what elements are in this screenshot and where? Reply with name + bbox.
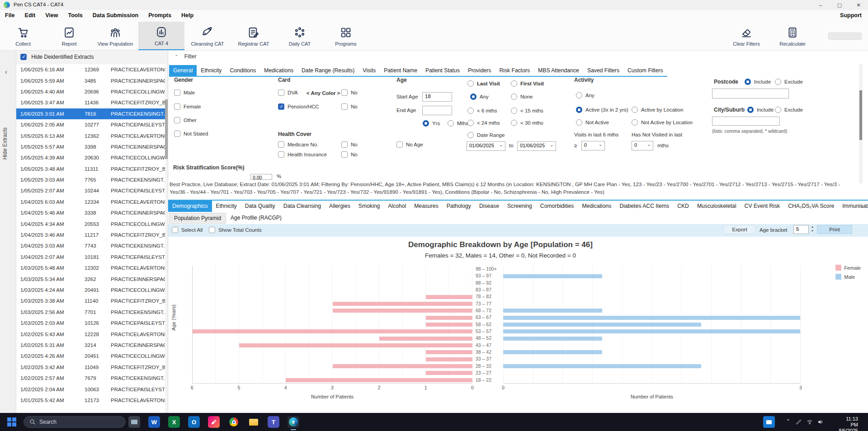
hide-extracts-strip[interactable]: ‹ Hide Extracts bbox=[0, 51, 16, 413]
extract-row[interactable]: 1/06/2025 4:40 AM20696PRACTICECOLLINGW..… bbox=[16, 86, 168, 97]
report-tab-immunisations[interactable]: Immunisations bbox=[838, 201, 868, 212]
menu-support[interactable]: Support bbox=[840, 12, 862, 19]
report-tab-data-cleansing[interactable]: Data Cleansing bbox=[279, 201, 325, 212]
risk-score-spinner[interactable]: 0.00 bbox=[250, 174, 272, 180]
extract-list-scrollbar[interactable] bbox=[165, 64, 168, 413]
toolbar-button-daily-cat[interactable]: Daily CAT bbox=[277, 22, 323, 50]
city-exclude-option[interactable]: Exclude bbox=[775, 107, 803, 113]
female-bar[interactable] bbox=[426, 295, 472, 299]
wifi-icon[interactable] bbox=[807, 419, 813, 425]
not-active-by-location-option[interactable]: Not Active by Location bbox=[632, 119, 693, 126]
toolbar-button-cleansing-cat[interactable]: Cleansing CAT bbox=[184, 22, 231, 50]
activity-any-option[interactable]: Any bbox=[576, 92, 594, 98]
medicare-option[interactable]: Medicare No. bbox=[278, 141, 318, 148]
report-tab-measures[interactable]: Measures bbox=[410, 201, 443, 212]
not-stated-checkbox[interactable] bbox=[174, 131, 180, 137]
health-insurance-no-checkbox[interactable] bbox=[341, 151, 348, 158]
male-bar[interactable] bbox=[503, 329, 800, 333]
pension-no-checkbox[interactable] bbox=[341, 103, 348, 110]
sub-tab-population-pyramid[interactable]: Population Pyramid bbox=[169, 213, 226, 224]
not-active-by-location-radio[interactable] bbox=[632, 119, 638, 126]
tray-app-icon[interactable] bbox=[763, 416, 775, 428]
report-tab-screening[interactable]: Screening bbox=[503, 201, 536, 212]
female-bar[interactable] bbox=[379, 337, 472, 341]
select-all-option[interactable]: Select All bbox=[172, 227, 203, 233]
any-color-dropdown[interactable]: < Any Color > bbox=[307, 90, 340, 96]
toolbar-button-clear-filters[interactable]: Clear Filters bbox=[723, 22, 769, 50]
active-by-location-option[interactable]: Active by Location bbox=[632, 107, 683, 113]
male-checkbox[interactable] bbox=[174, 89, 180, 96]
dva-checkbox[interactable] bbox=[278, 89, 284, 96]
filter-tab-medications[interactable]: Medications bbox=[260, 65, 297, 76]
toolbar-button-programs[interactable]: Programs bbox=[323, 22, 369, 50]
male-bar[interactable] bbox=[503, 309, 602, 313]
extract-row[interactable]: 1/06/2025 2:05 AM10277PRACTICEPAISLEYSTR… bbox=[16, 119, 168, 130]
last-visit-option[interactable]: Last Visit bbox=[467, 80, 500, 87]
first-visit-option[interactable]: First Visit bbox=[511, 80, 544, 87]
date-to-dropdown[interactable]: 01/06/2025 bbox=[517, 141, 556, 151]
edge-icon[interactable]: e bbox=[288, 416, 299, 428]
report-tab-cha-ds-va-score[interactable]: CHA₂DS₂VA Score bbox=[784, 201, 838, 212]
paint-icon[interactable]: 🖌 bbox=[208, 416, 220, 428]
extract-row[interactable]: 1/05/2025 2:07 AM10244PRACTICEPAISLEYSTR… bbox=[16, 185, 168, 196]
visit-any-radio[interactable] bbox=[470, 94, 476, 100]
extract-row[interactable]: 1/06/2025 3:47 AM11436PRACTICEFITZROY_B.… bbox=[16, 97, 168, 108]
age-bracket-spinner[interactable]: 5 bbox=[793, 225, 809, 234]
female-bar[interactable] bbox=[426, 323, 472, 327]
extract-row[interactable]: 1/02/2025 3:42 AM11049PRACTICEFITZROY_B.… bbox=[16, 362, 168, 373]
select-all-checkbox[interactable] bbox=[172, 227, 178, 233]
extract-row[interactable]: 1/04/2025 3:03 AM7743PRACTICEKENSINGT... bbox=[16, 240, 168, 251]
word-icon[interactable]: W bbox=[148, 416, 160, 428]
extract-row[interactable]: 1/05/2025 3:48 AM11311PRACTICEFITZROY_B.… bbox=[16, 164, 168, 174]
medicare-no-option[interactable]: No bbox=[341, 141, 358, 148]
female-bar[interactable] bbox=[426, 316, 472, 320]
filter-scrollbar[interactable] bbox=[859, 64, 863, 183]
male-bar[interactable] bbox=[503, 316, 800, 320]
toolbar-button-recalculate[interactable]: Recalculate bbox=[769, 22, 816, 50]
active-radio[interactable] bbox=[576, 107, 582, 113]
toolbar-button-collect[interactable]: Collect bbox=[0, 22, 46, 50]
monitor-icon[interactable] bbox=[128, 416, 140, 428]
yrs-radio[interactable] bbox=[423, 120, 429, 126]
male-bar[interactable] bbox=[503, 350, 602, 354]
date-range-option[interactable]: Date Range bbox=[467, 132, 505, 138]
chrome-icon[interactable] bbox=[228, 416, 240, 428]
female-bar[interactable] bbox=[239, 343, 472, 347]
not-active-option[interactable]: Not Active bbox=[576, 119, 609, 126]
report-tab-ethnicity[interactable]: Ethnicity bbox=[212, 201, 241, 212]
male-bar[interactable] bbox=[503, 337, 602, 341]
toolbar-button-registrar-cat[interactable]: Registrar CAT bbox=[231, 22, 277, 50]
taskbar-search[interactable]: Search bbox=[24, 416, 126, 428]
filter-tab-visits[interactable]: Visits bbox=[359, 65, 380, 76]
filter-tab-conditions[interactable]: Conditions bbox=[226, 65, 260, 76]
active-by-location-radio[interactable] bbox=[632, 107, 638, 113]
last-visit-radio[interactable] bbox=[467, 80, 474, 87]
extract-row[interactable]: 1/02/2025 5:43 AM12228PRACTICELAVERTONL.… bbox=[16, 328, 168, 339]
health-insurance-no-option[interactable]: No bbox=[341, 151, 358, 158]
lt6-radio[interactable] bbox=[467, 108, 474, 114]
menu-item-view[interactable]: View bbox=[40, 10, 63, 21]
pension-hcc-checkbox[interactable] bbox=[278, 103, 284, 110]
extract-row[interactable]: 1/04/2025 4:34 AM20553PRACTICECOLLINGW..… bbox=[16, 218, 168, 229]
extract-row[interactable]: 1/02/2025 2:04 AM10063PRACTICEPAISLEYSTR… bbox=[16, 384, 168, 394]
extract-row[interactable]: 1/04/2025 5:46 AM3338PRACTICEINNERSPAC..… bbox=[16, 207, 168, 218]
menu-item-prompts[interactable]: Prompts bbox=[143, 10, 176, 21]
maximize-button[interactable]: ▢ bbox=[830, 0, 849, 10]
other-checkbox[interactable] bbox=[174, 117, 180, 123]
extract-row[interactable]: 1/01/2025 5:42 AM12173PRACTICELAVERTONL.… bbox=[16, 395, 168, 406]
filter-tab-general[interactable]: General bbox=[169, 65, 197, 76]
female-bar[interactable] bbox=[426, 350, 472, 354]
visit-none-option[interactable]: None bbox=[511, 94, 533, 100]
start-button[interactable] bbox=[7, 417, 16, 426]
export-button[interactable]: Export bbox=[723, 225, 756, 234]
minimize-button[interactable]: – bbox=[811, 0, 830, 10]
age-mths-option[interactable]: Mths bbox=[448, 120, 468, 126]
city-include-radio[interactable] bbox=[747, 107, 754, 113]
female-bar[interactable] bbox=[193, 329, 472, 333]
date-from-dropdown[interactable]: 01/06/2025 bbox=[467, 141, 505, 151]
extract-row[interactable]: 1/03/2025 5:34 AM3262PRACTICEINNERSPAC..… bbox=[16, 273, 168, 284]
age-yrs-option[interactable]: Yrs bbox=[423, 120, 440, 126]
visits-count-dropdown[interactable]: 0 bbox=[581, 141, 605, 150]
visit-lt30-option[interactable]: < 30 mths bbox=[511, 120, 543, 126]
filter-tab-patient-name[interactable]: Patient Name bbox=[380, 65, 421, 76]
